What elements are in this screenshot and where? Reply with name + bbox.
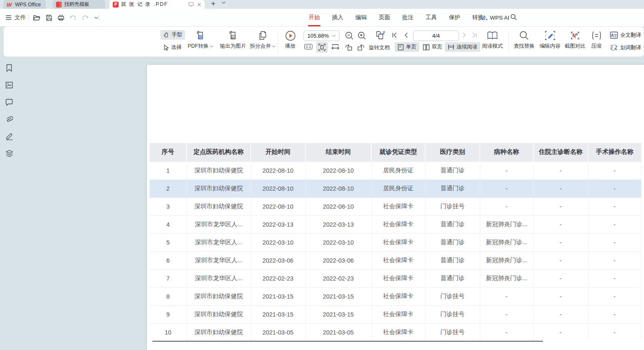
open-file-icon[interactable] [33, 15, 41, 21]
pdf-convert-button[interactable]: W PDF转换 [184, 30, 217, 50]
menu-item-edit[interactable]: 编辑 [355, 9, 367, 26]
menu-search-icon[interactable] [510, 14, 517, 20]
table-cell: 2022-03-13 [251, 215, 305, 233]
table-cell: 社会保障卡 [371, 233, 425, 251]
chevron-down-icon [272, 45, 276, 48]
table-cell: 门诊挂号 [425, 323, 480, 341]
wps-ai-button[interactable]: WPS AI [481, 9, 510, 26]
hand-tool-button[interactable]: 手型 [160, 30, 185, 40]
table-cell: - [533, 323, 588, 341]
table-cell: 2021-03-15 [251, 287, 305, 305]
table-cell: 2022-03-10 [305, 233, 371, 251]
next-page-button[interactable] [462, 32, 467, 38]
monitor-icon[interactable] [188, 2, 194, 7]
redo-icon[interactable] [82, 15, 89, 20]
file-menu-button[interactable]: 文件 [15, 14, 26, 21]
table-cell: 深圳市妇幼保健院 [187, 305, 251, 323]
menu-item-page[interactable]: 页面 [378, 9, 390, 26]
comment-icon[interactable] [4, 97, 14, 107]
table-cell: 新冠肺炎门诊... [480, 269, 533, 287]
pdf-convert-icon: W [195, 30, 206, 41]
table-cell: - [588, 287, 641, 305]
select-tool-button[interactable]: 选择 [160, 43, 185, 52]
rotate-left-button[interactable] [343, 43, 354, 52]
wps-logo-icon: W [7, 2, 13, 8]
table-bottom-border [152, 341, 543, 342]
signature-icon[interactable] [4, 131, 14, 141]
table-cell: 社会保障卡 [371, 269, 425, 287]
previous-page-button[interactable] [404, 32, 408, 38]
split-merge-button[interactable]: 拆分合并 [245, 30, 280, 50]
svg-text:文: 文 [610, 44, 614, 48]
tab-docer-templates[interactable]: 找稻壳模板 [53, 0, 105, 9]
fit-page-button[interactable] [316, 42, 328, 53]
column-header: 结束时间 [305, 143, 371, 161]
table-cell: 2021-03-05 [251, 323, 305, 341]
table-cell: 2022-08-10 [251, 179, 305, 197]
undo-icon[interactable] [70, 15, 76, 20]
table-row: 4深圳市龙华区人...2022-03-132022-03-13社会保障卡普通门诊… [150, 215, 641, 233]
table-cell: - [588, 233, 641, 251]
menu-item-insert[interactable]: 插入 [332, 9, 344, 26]
menu-item-home[interactable]: 开始 [308, 9, 320, 26]
layers-icon[interactable] [4, 148, 14, 158]
edit-content-button[interactable]: 编辑内容 [537, 30, 563, 50]
menu-item-tools[interactable]: 工具 [425, 9, 437, 26]
tab-list-chevron-icon[interactable] [221, 1, 226, 4]
play-button[interactable]: 播放 [281, 30, 299, 50]
full-text-translate-button[interactable]: A字 全文翻译 [607, 30, 644, 40]
zoom-in-button[interactable] [357, 31, 366, 40]
bookmark-icon[interactable] [4, 63, 14, 73]
main-menu-icon[interactable] [5, 15, 12, 20]
table-row: 5深圳市龙华区人...2022-03-102022-03-10社会保障卡普通门诊… [150, 233, 641, 251]
history-chevron-icon[interactable] [94, 16, 99, 19]
thumbnail-icon[interactable] [4, 80, 14, 90]
tab-label: 找稻壳模板 [64, 1, 89, 8]
screenshot-compare-button[interactable]: 截图对比 [562, 30, 588, 50]
zoom-out-button[interactable] [345, 31, 354, 40]
table-cell: 新冠肺炎门诊... [480, 251, 533, 269]
swap-pages-button[interactable] [375, 30, 386, 41]
table-cell: 普通门诊 [425, 179, 480, 197]
menu-item-annotate[interactable]: 批注 [402, 9, 414, 26]
table-cell: 门诊挂号 [425, 287, 480, 305]
first-page-button[interactable] [392, 32, 398, 38]
new-tab-button[interactable]: + [211, 0, 216, 8]
menu-item-protect[interactable]: 保护 [449, 9, 461, 26]
zoom-in-icon [357, 31, 366, 40]
rotate-right-button[interactable] [355, 43, 367, 52]
table-cell: 2022-02-23 [251, 269, 305, 287]
table-row: 6深圳市龙华区人...2022-03-062022-03-06社会保障卡普通门诊… [150, 251, 641, 269]
hand-icon [163, 32, 170, 38]
chevron-down-icon [332, 35, 336, 37]
column-header: 医疗类别 [425, 143, 480, 161]
one-to-one-icon: 1:1 [304, 44, 312, 49]
page-number-input[interactable]: 4/4 [413, 31, 459, 41]
table-cell: 深圳市妇幼保健院 [187, 179, 251, 197]
table-cell: 深圳市龙华区人... [187, 215, 251, 233]
read-mode-button[interactable]: 阅读模式 [480, 30, 505, 50]
pdf-file-icon: P [113, 2, 119, 8]
continuous-reading-button[interactable]: 连续阅读 [445, 42, 480, 52]
table-cell: - [588, 215, 641, 233]
compress-button[interactable]: 压缩 [587, 30, 606, 50]
print-icon[interactable] [58, 15, 64, 21]
table-cell: - [533, 161, 588, 179]
find-replace-button[interactable]: 查找替换 [511, 30, 538, 50]
attachment-icon[interactable] [4, 114, 14, 124]
table-row: 10深圳市妇幼保健院2021-03-052021-03-05社会保障卡门诊挂号-… [150, 323, 641, 341]
tab-wps-office[interactable]: W WPS Office [3, 0, 46, 9]
table-cell: 2021-03-15 [305, 305, 371, 323]
full-translate-icon: A字 [610, 31, 618, 39]
rotate-document-button[interactable]: 旋转文档 [367, 43, 391, 53]
zoom-level-combobox[interactable]: 105.88% [304, 31, 340, 41]
actual-size-button[interactable]: 1:1 [303, 43, 314, 51]
close-tab-icon[interactable] [197, 3, 201, 7]
single-page-button[interactable]: 单页 [395, 42, 419, 52]
last-page-button[interactable] [472, 32, 477, 38]
fit-width-button[interactable] [330, 43, 341, 51]
save-icon[interactable] [46, 15, 52, 21]
table-cell: - [480, 161, 533, 179]
tab-medical-record-pdf[interactable]: P 就 医 记 录 .PDF [109, 0, 205, 9]
word-translate-button[interactable]: 文A 划词翻译 [607, 43, 644, 53]
